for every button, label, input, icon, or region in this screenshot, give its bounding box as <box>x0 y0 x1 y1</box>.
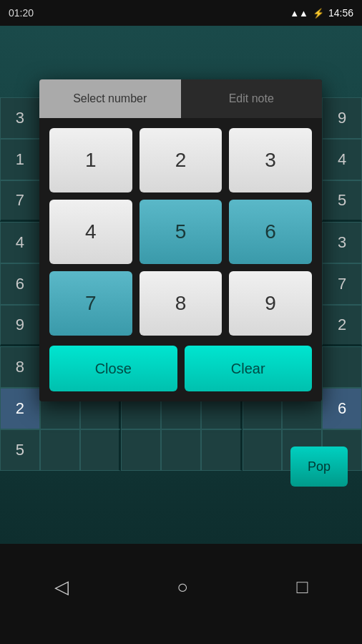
number-1-button[interactable]: 1 <box>49 128 132 192</box>
number-9-button[interactable]: 9 <box>229 271 312 336</box>
tab-select-label: Select number <box>73 92 147 105</box>
number-8-button[interactable]: 8 <box>140 271 222 336</box>
tab-select-number[interactable]: Select number <box>39 79 181 118</box>
grid-cell[interactable]: 2 <box>322 305 362 346</box>
grid-cell[interactable]: 7 <box>0 180 40 222</box>
number-picker-dialog: Select number Edit note 1 2 3 4 5 6 7 8 … <box>39 79 322 401</box>
grid-cell[interactable]: 4 <box>322 139 362 180</box>
clear-button[interactable]: Clear <box>185 346 313 391</box>
grid-cell[interactable]: 6 <box>322 388 362 429</box>
grid-cell[interactable] <box>121 429 161 471</box>
grid-cell[interactable]: 2 <box>0 388 40 429</box>
grid-cell[interactable]: 8 <box>0 346 40 388</box>
home-button[interactable]: ○ <box>177 576 188 598</box>
grid-cell[interactable] <box>201 429 243 471</box>
game-area: 3 5 2 4 7 6 1 8 9 1 4 7 <box>0 26 362 544</box>
grid-cell[interactable]: 5 <box>0 429 40 471</box>
grid-cell[interactable]: 7 <box>322 263 362 305</box>
status-clock: 14:56 <box>328 7 353 19</box>
number-7-button[interactable]: 7 <box>49 271 132 336</box>
signal-icon: ▲▲ <box>290 8 308 19</box>
status-bar: 01:20 ▲▲ ⚡ 14:56 <box>0 0 362 26</box>
grid-cell[interactable]: 9 <box>322 97 362 139</box>
tab-edit-label: Edit note <box>229 92 274 105</box>
pop-label: Pop <box>308 459 331 474</box>
pop-button[interactable]: Pop <box>290 447 348 487</box>
back-button[interactable]: ◁ <box>54 576 69 598</box>
tab-edit-note[interactable]: Edit note <box>181 79 323 118</box>
grid-cell[interactable]: 5 <box>322 180 362 222</box>
grid-cell[interactable]: 4 <box>0 222 40 263</box>
number-5-button[interactable]: 5 <box>140 200 222 264</box>
number-2-button[interactable]: 2 <box>140 128 222 192</box>
grid-cell[interactable]: 6 <box>0 263 40 305</box>
grid-cell[interactable]: 3 <box>322 222 362 263</box>
recent-apps-button[interactable]: □ <box>297 576 308 598</box>
close-button[interactable]: Close <box>49 346 177 391</box>
number-3-button[interactable]: 3 <box>229 128 312 192</box>
picker-tabs: Select number Edit note <box>39 79 322 118</box>
grid-cell[interactable]: 9 <box>0 305 40 346</box>
action-buttons: Close Clear <box>39 343 322 401</box>
number-6-button[interactable]: 6 <box>229 200 312 264</box>
grid-cell[interactable] <box>40 429 80 471</box>
grid-cell[interactable] <box>243 429 283 471</box>
battery-icon: ⚡ <box>313 8 324 19</box>
clear-label: Clear <box>231 361 265 377</box>
grid-cell[interactable] <box>80 429 122 471</box>
game-timer: 01:20 <box>9 7 34 19</box>
grid-cell[interactable]: 3 <box>0 97 40 139</box>
status-icons: ▲▲ ⚡ 14:56 <box>290 7 353 19</box>
number-buttons-grid: 1 2 3 4 5 6 7 8 9 <box>39 118 322 343</box>
grid-cell[interactable]: 1 <box>0 139 40 180</box>
nav-bar: ◁ ○ □ <box>0 544 362 644</box>
grid-cell[interactable] <box>161 429 201 471</box>
grid-cell[interactable] <box>322 346 362 388</box>
number-4-button[interactable]: 4 <box>49 200 132 264</box>
close-label: Close <box>95 361 132 377</box>
